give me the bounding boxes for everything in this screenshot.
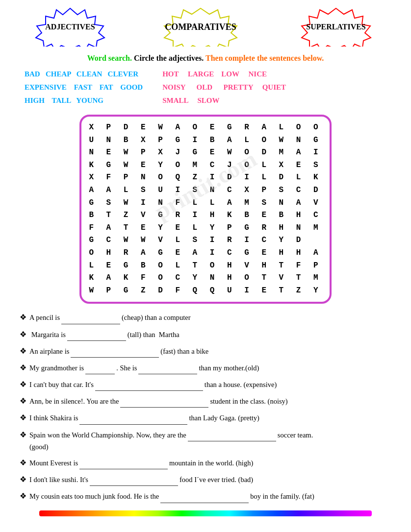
ex2-text2: (tall) than Martha — [128, 329, 180, 340]
ex7-blank[interactable] — [79, 412, 187, 424]
ex5-text1: I can't buy that car. It's — [29, 379, 94, 390]
adjectives-burst: ADJECTIVES — [21, 7, 119, 47]
ex9-text2: mountain in the world. (high) — [169, 458, 253, 469]
ex9-text1: Mount Everest is — [29, 458, 78, 469]
header-section: ADJECTIVES COMPARATIVES SUPERLATIVES — [10, 5, 401, 49]
exercises-section: ❖ A pencil is (cheap) than a computer ❖ … — [20, 311, 391, 503]
instruction-text: Word search. Circle the adjectives. Then… — [10, 54, 401, 63]
comparatives-burst: COMPARATIVES — [142, 7, 259, 47]
ex10-text1: I don't like sushi. It's — [29, 474, 88, 485]
vocab-left-row1: BAD CHEAP CLEAN CLEVER — [25, 68, 143, 81]
ex4-text1: My grandmother is — [29, 363, 84, 374]
ex3-blank[interactable] — [71, 346, 159, 358]
grid-row-6: A A L S U I S N C X P S C D — [89, 184, 322, 197]
vocab-right-row3: SMALL SLOW — [162, 94, 286, 107]
ex7-text2: than Lady Gaga. (pretty) — [189, 412, 259, 424]
ex7-text1: I think Shakira is — [29, 412, 78, 424]
instruction-complete: Then complete the sentences below. — [206, 54, 324, 62]
word-search-grid: X P D E W A O E G R A L O O U N B X P G … — [89, 121, 322, 297]
bullet-5: ❖ — [20, 378, 26, 391]
grid-row-4: K G W E Y O M C J O L X E S — [89, 159, 322, 172]
ex11-text1: My cousin eats too much junk food. He is… — [29, 491, 159, 502]
ex8-text1: Spain won the World Championship. Now, t… — [29, 430, 186, 441]
exercise-2: ❖ Margarita is (tall) than Martha — [20, 328, 391, 341]
exercise-10: ❖ I don't like sushi. It's food I´ve eve… — [20, 473, 391, 486]
exercise-6: ❖ Ann, be in silence!. You are the stude… — [20, 395, 391, 408]
ex11-text2: boy in the family. (fat) — [250, 491, 314, 502]
vocab-right-row1: HOT LARGE LOW NICE — [162, 68, 286, 81]
ex6-text2: student in the class. (noisy) — [210, 396, 287, 407]
vocab-section: BAD CHEAP CLEAN CLEVER EXPENSIVE FAST FA… — [25, 68, 401, 107]
vocab-left-row3: HIGH TALL YOUNG — [25, 94, 143, 107]
rainbow-bar — [39, 510, 372, 516]
exercise-1: ❖ A pencil is (cheap) than a computer — [20, 311, 391, 324]
bullet-6: ❖ — [20, 395, 26, 408]
instruction-word-search: Word search. — [87, 54, 132, 62]
ex1-text2: (cheap) than a computer — [122, 312, 191, 323]
grid-row-1: X P D E W A O E G R A L O O — [89, 121, 322, 134]
exercise-3: ❖ An airplane is (fast) than a bike — [20, 345, 391, 358]
grid-row-7: G S W I N F L L A M S N A V — [89, 197, 322, 210]
vocab-right-row2: NOISY OLD PRETTY QUIET — [162, 81, 286, 94]
grid-row-10: G C W W V L S I R I C Y D — [89, 234, 322, 247]
grid-row-8: B T Z V G R I H K B E B H C — [89, 209, 322, 222]
grid-row-12: L E G B O L T O H V H T F P — [89, 260, 322, 272]
vocab-right: HOT LARGE LOW NICE NOISY OLD PRETTY QUIE… — [162, 68, 286, 107]
grid-row-13: K A K F O C Y N H O T V T M — [89, 272, 322, 285]
ex3-text1: An airplane is — [29, 346, 69, 357]
instruction-circle: Circle the adjectives. — [134, 54, 204, 62]
ex11-blank[interactable] — [160, 491, 249, 503]
ex5-blank[interactable] — [95, 379, 203, 391]
grid-row-2: U N B X P G I B A L O W N G — [89, 134, 322, 147]
ex8-text3: (good) — [20, 441, 391, 453]
ex10-text2: food I´ve ever tried. (bad) — [180, 474, 253, 485]
bullet-10: ❖ — [20, 473, 26, 486]
ex6-text1: Ann, be in silence!. You are the — [29, 396, 119, 407]
ex4-text2: . She is — [116, 363, 137, 374]
comparatives-label: COMPARATIVES — [165, 22, 236, 32]
grid-row-3: N E W P X J G E W O D M A I — [89, 146, 322, 159]
exercise-8: ❖ Spain won the World Championship. Now,… — [20, 429, 391, 453]
superlatives-label: SUPERLATIVES — [306, 23, 366, 31]
ex4-text3: than my mother.(old) — [199, 363, 259, 374]
grid-row-11: O H R A G E A I C G E H H A — [89, 247, 322, 260]
ex1-text1: A pencil is — [29, 312, 60, 323]
adjectives-label: ADJECTIVES — [45, 23, 95, 31]
word-search-box: X P D E W A O E G R A L O O U N B X P G … — [79, 115, 331, 304]
bullet-3: ❖ — [20, 345, 26, 358]
ex8-blank[interactable] — [188, 430, 276, 441]
ex8-text2: soccer team. — [278, 430, 313, 441]
exercise-7: ❖ I think Shakira is than Lady Gaga. (pr… — [20, 411, 391, 424]
superlatives-burst: SUPERLATIVES — [282, 7, 390, 47]
vocab-left-row2: EXPENSIVE FAST FAT GOOD — [25, 81, 143, 94]
ex3-text2: (fast) than a bike — [160, 346, 208, 357]
bullet-2: ❖ — [20, 328, 26, 341]
ex2-blank[interactable] — [67, 329, 126, 341]
exercise-9: ❖ Mount Everest is mountain in the world… — [20, 457, 391, 469]
ex9-blank[interactable] — [79, 458, 168, 469]
ex4-blank2[interactable] — [138, 363, 197, 374]
ex10-blank[interactable] — [90, 474, 178, 486]
bullet-9: ❖ — [20, 457, 26, 469]
ex4-blank1[interactable] — [85, 363, 115, 374]
word-search-container: X P D E W A O E G R A L O O U N B X P G … — [10, 115, 401, 304]
bullet-8: ❖ — [20, 429, 26, 441]
bullet-11: ❖ — [20, 490, 26, 503]
ex2-text1: Margarita is — [29, 329, 66, 340]
bullet-7: ❖ — [20, 411, 26, 424]
vocab-left: BAD CHEAP CLEAN CLEVER EXPENSIVE FAST FA… — [25, 68, 143, 107]
exercise-5: ❖ I can't buy that car. It's than a hous… — [20, 378, 391, 391]
bullet-4: ❖ — [20, 362, 26, 374]
ex1-blank[interactable] — [61, 312, 120, 324]
ex6-blank[interactable] — [120, 396, 208, 408]
exercise-4: ❖ My grandmother is . She is than my mot… — [20, 362, 391, 374]
exercise-11: ❖ My cousin eats too much junk food. He … — [20, 490, 391, 503]
grid-row-9: F A T E Y E L Y P G R H N M — [89, 222, 322, 235]
grid-row-14: W P G Z D F Q Q U I E T Z Y — [89, 285, 322, 297]
grid-row-5: X F P N O Q Z I D I L D L K — [89, 171, 322, 184]
ex5-text2: than a house. (expensive) — [205, 379, 277, 390]
bullet-1: ❖ — [20, 311, 26, 324]
